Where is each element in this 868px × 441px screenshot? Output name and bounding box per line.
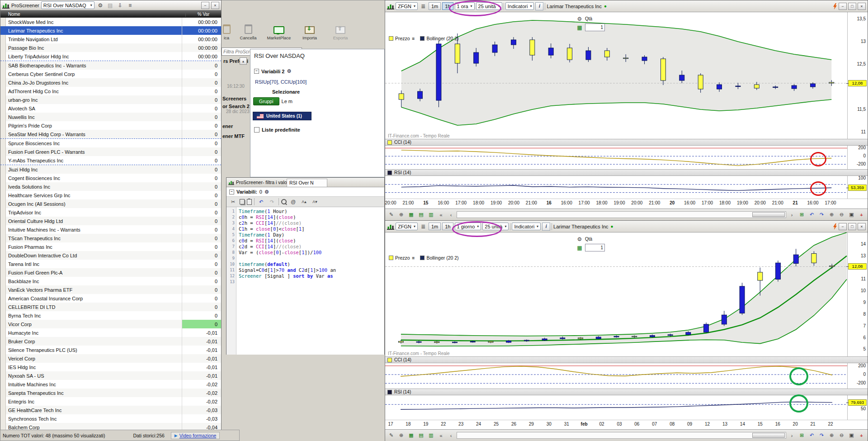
instrument-name-cell[interactable]: Synchronoss Tech Inc	[6, 414, 182, 423]
instrument-name-cell[interactable]: IES Hldg Inc	[6, 363, 182, 371]
chart-scrollbar[interactable]	[457, 432, 786, 439]
zoom-tool-icon[interactable]: ⊕	[397, 211, 406, 219]
instrument-name-cell[interactable]: Healthcare Services Grp Inc	[6, 191, 182, 199]
instrument-name-cell[interactable]: Nuwellis Inc	[6, 113, 182, 121]
var-value-cell[interactable]: 0	[182, 95, 221, 104]
watchlist-icon[interactable]: ≣	[419, 223, 427, 230]
maximize-button[interactable]: □	[848, 223, 856, 230]
crosshair-icon[interactable]: +	[857, 432, 866, 440]
var-value-cell[interactable]: -0,01	[182, 346, 221, 354]
table-header[interactable]: Nome % Var	[0, 10, 221, 18]
font-decrease-icon[interactable]: A▾	[311, 198, 319, 206]
var-value-cell[interactable]: 0	[182, 303, 221, 311]
info-button[interactable]: i	[535, 2, 543, 10]
zoom-in-icon[interactable]: ⊕	[827, 432, 836, 440]
instrument-name-cell[interactable]: Fusion Fuel Green Plc-A	[6, 268, 182, 277]
table-row[interactable]: Vicor Corp0	[0, 320, 221, 328]
instrument-name-cell[interactable]: Nyxoah SA - US	[6, 371, 182, 380]
collapse-icon[interactable]: −	[229, 190, 234, 194]
table-row[interactable]: IES Hldg Inc-0,01	[0, 363, 221, 371]
rsi-axis[interactable]: 10053,359	[847, 176, 868, 199]
table-row[interactable]: Entegris Inc-0,02	[0, 397, 221, 406]
var-value-cell[interactable]: 0	[182, 165, 221, 174]
instrument-name-cell[interactable]: DoubleDown Interactive Co Ltd	[6, 251, 182, 260]
quantity-input[interactable]: 1	[585, 24, 605, 31]
search-icon[interactable]	[281, 199, 287, 204]
var-value-cell[interactable]: 0	[182, 130, 221, 138]
instrument-name-cell[interactable]: Jiuzi Hldg Inc	[6, 165, 182, 174]
indicators-dropdown[interactable]: Indicatori▾	[512, 223, 541, 230]
instrument-name-cell[interactable]: Cogent Biosciences Inc	[6, 174, 182, 182]
table-row[interactable]: Larimar Therapeutics Inc00:00:00	[0, 26, 221, 35]
table-row[interactable]: Intuitive Machines Inc - Warrants0	[0, 225, 221, 234]
var-value-cell[interactable]: 00:00:00	[182, 35, 221, 43]
instrument-name-cell[interactable]: Entegris Inc	[6, 397, 182, 406]
instrument-name-cell[interactable]: Byrna Tech Inc	[6, 311, 182, 320]
video-training-panel[interactable]: ▶ Video formazione	[171, 432, 220, 439]
instrument-name-cell[interactable]: Liberty TripAdvisor Hldg Inc	[6, 52, 182, 61]
bollinger-legend[interactable]: Bollinger (20 2)	[420, 36, 458, 41]
timeframe-1h-button[interactable]: 1h	[442, 2, 453, 10]
table-row[interactable]: Passage Bio Inc00:00:00	[0, 43, 221, 52]
instrument-name-cell[interactable]: Tarena Intl Inc	[6, 260, 182, 268]
list-view-icon[interactable]: ▤	[417, 432, 425, 440]
rsi-panel-header[interactable]: RSI (14)	[385, 169, 868, 176]
bollinger-legend[interactable]: Bollinger (20 2)	[420, 255, 458, 261]
table-row[interactable]: Backblaze Inc0	[0, 277, 221, 285]
table-row[interactable]: ShockWave Med Inc00:00:00	[0, 18, 221, 26]
instrument-name-cell[interactable]: Intuitive Machines Inc	[6, 380, 182, 389]
table-row[interactable]: Byrna Tech Inc0	[0, 311, 221, 320]
editor-tab[interactable]: RSI Over N	[287, 179, 327, 187]
zoom-in-icon[interactable]: ⊕	[827, 211, 836, 219]
redo-icon[interactable]: ↷	[817, 211, 826, 219]
export-icon[interactable]: ⇩	[116, 2, 124, 9]
var-value-cell[interactable]: 0	[182, 174, 221, 182]
instrument-name-cell[interactable]: Humacyte Inc	[6, 328, 182, 337]
order-grid-icon[interactable]: ▦	[575, 244, 584, 251]
var-value-cell[interactable]: 0	[182, 182, 221, 191]
predefined-lists-checkbox[interactable]	[254, 127, 259, 133]
var-value-cell[interactable]: 0	[182, 285, 221, 294]
scroll-left-icon[interactable]: ‹	[447, 432, 455, 440]
scroll-left-icon[interactable]: ‹	[447, 211, 455, 219]
close-button[interactable]: ×	[211, 2, 219, 9]
var-value-cell[interactable]: -0,02	[182, 389, 221, 397]
table-row[interactable]: Tarena Intl Inc0	[0, 260, 221, 268]
calendar-view-icon[interactable]: ▥	[427, 432, 435, 440]
var-value-cell[interactable]: 0	[182, 268, 221, 277]
table-row[interactable]: Synchronoss Tech Inc-0,03	[0, 414, 221, 423]
var-value-cell[interactable]: -0,02	[182, 397, 221, 406]
units-dropdown[interactable]: 25 unità▾	[482, 223, 509, 230]
price-chart-canvas[interactable]	[385, 232, 847, 356]
zoom-out-icon[interactable]: ⊖	[837, 432, 846, 440]
instrument-name-cell[interactable]: GE HealthCare Tech Inc	[6, 406, 182, 414]
var-value-cell[interactable]: 0	[182, 61, 221, 70]
table-row[interactable]: VanEck Vectors Pharma ETF0	[0, 285, 221, 294]
timeframe-1h-button[interactable]: 1h	[442, 223, 453, 230]
instrument-name-cell[interactable]: Larimar Therapeutics Inc	[6, 26, 182, 35]
table-row[interactable]: Cogent Biosciences Inc0	[0, 174, 221, 182]
instrument-name-cell[interactable]: Sarepta Therapeutics Inc	[6, 389, 182, 397]
cut-icon[interactable]: ✂	[229, 198, 237, 206]
symbol-dropdown[interactable]: ZFGN▾	[396, 223, 418, 230]
cci-panel-header[interactable]: CCI (14)	[385, 356, 868, 363]
calendar-view-icon[interactable]: ▥	[427, 211, 435, 219]
table-row[interactable]: China Jo-Jo Drugstores Inc0	[0, 78, 221, 87]
instrument-name-cell[interactable]: SeaStar Med Hldg Corp - Warrants	[6, 130, 182, 138]
scroll-right-icon[interactable]: ›	[788, 432, 796, 440]
table-row[interactable]: American Coastal Insurance Corp0	[0, 294, 221, 303]
instrument-name-cell[interactable]: AdThorent Hldg Co Inc	[6, 87, 182, 95]
instrument-name-cell[interactable]: urban-gro Inc	[6, 95, 182, 104]
instrument-name-cell[interactable]: Backblaze Inc	[6, 277, 182, 285]
table-row[interactable]: SeaStar Med Hldg Corp - Warrants0	[0, 130, 221, 139]
table-row[interactable]: Ocugen Inc (All Sessions)0	[0, 199, 221, 208]
rsi-chart-canvas[interactable]	[385, 176, 847, 199]
var-value-cell[interactable]: 0	[182, 242, 221, 251]
table-row[interactable]: Liberty TripAdvisor Hldg Inc00:00:00	[0, 52, 221, 61]
instrument-name-cell[interactable]: Vicor Corp	[6, 320, 182, 328]
var-value-cell[interactable]: 00:00:00	[182, 43, 221, 52]
order-settings-icon[interactable]: ⚙	[575, 15, 584, 23]
var-value-cell[interactable]: 0	[182, 217, 221, 225]
time-axis[interactable]: 1718192223242526293031feb020306070809121…	[385, 420, 868, 429]
table-row[interactable]: Nyxoah SA - US-0,01	[0, 371, 221, 380]
